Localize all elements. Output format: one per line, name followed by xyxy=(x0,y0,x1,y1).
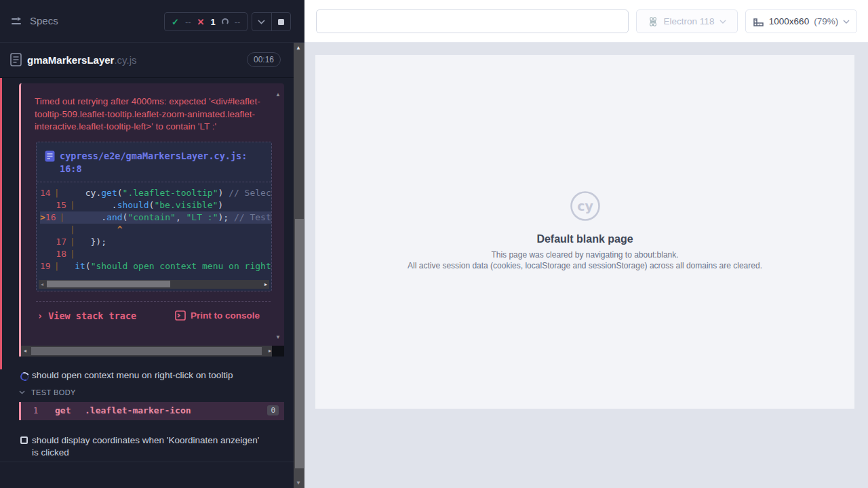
run-controls xyxy=(252,12,291,31)
test-title-queued[interactable]: should display coordinates when 'Koordin… xyxy=(32,434,266,458)
cypress-logo-icon: cy xyxy=(315,190,854,224)
chevron-right-icon: › xyxy=(37,310,43,321)
spec-file-icon xyxy=(10,53,22,69)
electron-icon xyxy=(648,16,658,27)
chevron-down-icon xyxy=(843,20,850,24)
passed-count: -- xyxy=(185,17,191,27)
spec-basename: gmaMarkersLayer xyxy=(27,54,114,66)
failed-icon: ✕ xyxy=(197,17,205,27)
viewport-size: 1000x660 xyxy=(769,16,809,26)
specs-title: Specs xyxy=(30,15,58,26)
failed-count: 1 xyxy=(210,17,215,27)
scroll-down-icon[interactable]: ▼ xyxy=(296,480,301,486)
code-frame: cypress/e2e/gmaMarkersLayer.cy.js:16:8 1… xyxy=(36,142,272,291)
stop-icon xyxy=(278,19,284,25)
svg-text:cy: cy xyxy=(577,199,593,214)
error-message: Timed out retrying after 4000ms: expecte… xyxy=(35,96,265,134)
pending-count: -- xyxy=(235,17,241,27)
reporter-panel: Specs ✓ -- ✕ 1 -- gmaMar xyxy=(0,0,304,488)
command-row[interactable]: 1 get .leaflet-marker-icon 0 xyxy=(19,402,284,420)
chevron-down-icon xyxy=(19,390,25,394)
view-stack-trace-link[interactable]: ›View stack trace xyxy=(37,310,136,321)
scroll-left-icon[interactable]: ◂ xyxy=(41,280,43,289)
aut-iframe: cy Default blank page This page was clea… xyxy=(315,55,854,409)
console-icon xyxy=(175,310,186,321)
collapse-button[interactable] xyxy=(252,13,271,30)
code-line: 19| it("should open context menu on righ… xyxy=(40,260,271,272)
spec-name: gmaMarkersLayer.cy.js xyxy=(27,54,136,66)
code-line: | ^ xyxy=(40,224,271,236)
test-body-label: TEST BODY xyxy=(31,388,76,396)
tests-divider xyxy=(0,462,294,462)
blank-page-message-2: All active session data (cookies, localS… xyxy=(315,261,854,270)
aut-region: Electron 118 1000x660 (79%) cy Default b… xyxy=(304,0,868,488)
passed-icon: ✓ xyxy=(172,17,179,27)
code-frame-header[interactable]: cypress/e2e/gmaMarkersLayer.cy.js:16:8 xyxy=(37,142,271,182)
code-line: 15| .should("be.visible") xyxy=(40,199,271,211)
browser-label: Electron 118 xyxy=(664,16,715,26)
command-message: .leaflet-marker-icon xyxy=(85,405,191,415)
code-line: >16| .and("contain", "LT :"); // Testing xyxy=(40,211,271,224)
scroll-right-icon[interactable]: ▸ xyxy=(264,280,267,289)
code-lines: 14| cy.get(".leaflet-tooltip") // Select… xyxy=(37,182,271,276)
ruler-icon xyxy=(753,16,764,26)
chevron-down-icon xyxy=(719,20,726,24)
viewport-selector[interactable]: 1000x660 (79%) xyxy=(745,9,857,33)
spec-row[interactable]: gmaMarkersLayer.cy.js 00:16 xyxy=(0,43,294,77)
reporter-scrollbar-thumb[interactable] xyxy=(295,219,304,468)
command-method: get xyxy=(55,405,71,415)
url-input[interactable] xyxy=(316,9,629,33)
code-line: 17| }); xyxy=(40,236,271,248)
code-line: 18| xyxy=(40,248,271,260)
viewport-zoom: (79%) xyxy=(814,16,838,26)
blank-page-message-1: This page was cleared by navigating to a… xyxy=(315,250,854,260)
code-horizontal-scrollbar[interactable]: ◂ ▸ xyxy=(39,280,269,289)
scrollbar-corner xyxy=(272,346,284,357)
error-divider xyxy=(36,301,271,302)
reporter-header: Specs ✓ -- ✕ 1 -- xyxy=(0,0,304,43)
aut-stage: cy Default blank page This page was clea… xyxy=(304,43,868,488)
scroll-up-icon[interactable]: ▲ xyxy=(296,45,301,51)
spec-divider xyxy=(0,77,294,78)
pending-icon xyxy=(222,18,229,25)
code-line: 14| cy.get(".leaflet-tooltip") // Select xyxy=(40,187,271,199)
error-horizontal-scrollbar[interactable]: ◂ ▸ xyxy=(21,346,274,357)
test-title-running[interactable]: should open context menu on right-click … xyxy=(32,370,233,380)
running-test-spinner-icon xyxy=(19,371,31,382)
scroll-left-icon[interactable]: ◂ xyxy=(24,346,26,357)
specs-menu-icon[interactable] xyxy=(11,17,24,29)
error-scrollbar-thumb[interactable] xyxy=(31,347,262,355)
queued-test-icon xyxy=(20,436,28,444)
spec-extension: .cy.js xyxy=(114,54,136,66)
aut-toolbar: Electron 118 1000x660 (79%) xyxy=(304,0,868,43)
code-scrollbar-thumb[interactable] xyxy=(47,281,170,287)
print-to-console-button[interactable]: Print to console xyxy=(175,310,260,321)
panel-scroll-up-icon[interactable]: ▲ xyxy=(275,92,281,98)
file-icon xyxy=(45,150,55,165)
command-count-badge: 0 xyxy=(267,405,279,415)
stop-button[interactable] xyxy=(271,13,291,30)
command-number: 1 xyxy=(33,406,38,415)
spec-duration-badge: 00:16 xyxy=(247,52,281,67)
code-frame-filename: cypress/e2e/gmaMarkersLayer.cy.js:16:8 xyxy=(60,150,251,176)
test-body-toggle[interactable]: TEST BODY xyxy=(19,388,76,396)
scroll-right-icon[interactable]: ▸ xyxy=(269,346,271,357)
browser-selector[interactable]: Electron 118 xyxy=(636,9,738,33)
reporter-scrollbar[interactable]: ▲ ▼ xyxy=(294,43,304,488)
view-stack-trace-label: View stack trace xyxy=(48,310,136,321)
panel-scroll-down-icon[interactable]: ▼ xyxy=(275,334,281,340)
blank-page-title: Default blank page xyxy=(315,233,854,245)
test-stats: ✓ -- ✕ 1 -- xyxy=(164,12,248,31)
error-panel: Timed out retrying after 4000ms: expecte… xyxy=(19,83,284,357)
failed-test-edge xyxy=(0,78,2,369)
print-to-console-label: Print to console xyxy=(191,310,260,321)
